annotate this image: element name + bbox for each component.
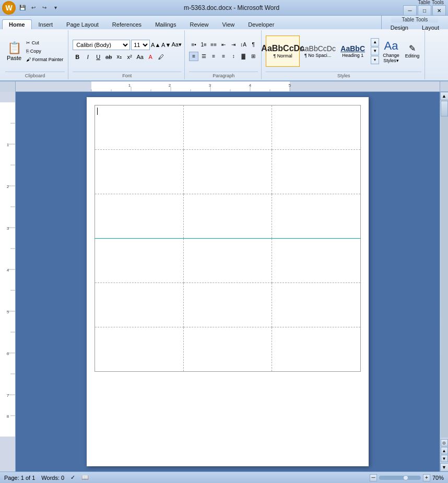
redo-button[interactable]: ↪ [40,3,49,13]
table-cell[interactable] [272,283,361,327]
minimize-button[interactable]: ─ [403,5,417,16]
editing-button[interactable]: ✎ Editing [403,41,422,61]
main-area: 1 2 3 4 5 6 7 8 [0,92,448,472]
table-cell[interactable] [95,283,184,327]
tab-developer[interactable]: Developer [241,19,281,29]
table-cell[interactable] [95,239,184,283]
close-button[interactable]: ✕ [432,5,446,16]
change-styles-button[interactable]: Aa ChangeStyles▾ [381,37,402,65]
show-hide-button[interactable]: ¶ [249,40,258,50]
subscript-button[interactable]: x₂ [114,52,124,62]
save-button[interactable]: 💾 [18,3,27,13]
clear-format-button[interactable]: Aa [135,52,145,62]
table-cell[interactable] [272,150,361,194]
style-scroll-down[interactable]: ▼ [371,47,379,55]
book-icon[interactable]: 📖 [81,474,89,481]
table-cell[interactable] [95,327,184,372]
decrease-indent-button[interactable]: ⇤ [219,40,228,50]
align-left-button[interactable]: ≡ [189,52,198,61]
document-area[interactable] [16,92,440,472]
line-spacing-button[interactable]: ↕ [229,52,238,61]
table-cell[interactable] [95,150,184,194]
table-cell[interactable] [183,327,272,372]
undo-button[interactable]: ↩ [29,3,38,13]
customize-button[interactable]: ▾ [51,3,60,13]
multilevel-button[interactable]: ≡≡ [209,40,218,50]
tab-design[interactable]: Design [384,22,415,32]
tab-insert[interactable]: Insert [32,19,60,29]
superscript-button[interactable]: x² [125,52,134,62]
format-painter-button[interactable]: 🖌 Format Painter [25,56,65,63]
copy-button[interactable]: ⎘ Copy [25,48,65,55]
grow-font-button[interactable]: A▲ [151,40,160,50]
table-tools-title: Table Tools [391,16,438,22]
right-scrollbar: ▲ ⊙ ▲ ▼ ▼ [440,92,448,472]
table-cell[interactable] [272,105,361,150]
office-button[interactable]: W [2,1,16,15]
select-browse-button[interactable]: ⊙ [441,439,448,446]
table-cell[interactable] [272,194,361,239]
tab-home[interactable]: Home [2,19,32,29]
document-page[interactable] [87,97,369,466]
table-cell[interactable] [272,327,361,372]
tab-references[interactable]: References [105,19,148,29]
align-right-button[interactable]: ≡ [209,52,218,61]
justify-button[interactable]: ≡ [219,52,228,61]
change-case-button[interactable]: Aa▾ [172,40,181,50]
scroll-thumb[interactable] [441,101,448,116]
paste-button[interactable]: 📋 Paste [5,40,23,63]
zoom-slider[interactable] [379,476,421,480]
strikethrough-button[interactable]: ab [104,52,113,62]
tab-view[interactable]: View [216,19,242,29]
borders-button[interactable]: ⊞ [249,52,258,61]
prev-page-button[interactable]: ▲ [441,447,448,454]
restore-button[interactable]: □ [418,5,431,16]
italic-button[interactable]: I [83,52,92,62]
paragraph-label: Paragraph [189,72,258,78]
scroll-track [441,101,448,438]
align-center-button[interactable]: ☰ [199,52,208,61]
scroll-down-button[interactable]: ▼ [440,463,449,472]
table-cell[interactable] [95,194,184,239]
bold-button[interactable]: B [73,52,82,62]
table-cell[interactable] [183,239,272,283]
tab-review[interactable]: Review [183,19,215,29]
tab-page-layout[interactable]: Page Layout [60,19,105,29]
highlight-button[interactable]: 🖊 [156,52,166,62]
tab-layout[interactable]: Layout [415,22,446,32]
increase-indent-button[interactable]: ⇥ [229,40,238,50]
scroll-up-button[interactable]: ▲ [440,92,449,100]
sort-button[interactable]: ↕A [239,40,248,50]
shading-button[interactable]: ▓ [239,52,248,61]
document-table[interactable] [95,105,361,372]
style-normal[interactable]: AaBbCcDc ¶ Normal [266,36,300,67]
quick-access-toolbar: 💾 ↩ ↪ ▾ [18,3,60,13]
table-row [95,283,361,327]
style-heading1[interactable]: AaBbC Heading 1 [336,36,370,67]
table-cell[interactable] [183,283,272,327]
numbering-button[interactable]: 1≡ [199,40,208,50]
zoom-thumb[interactable] [403,475,408,480]
font-size-select[interactable]: 11 [131,40,150,50]
font-name-select[interactable]: Calibri (Body) [73,40,130,50]
svg-text:3: 3 [209,83,211,88]
table-cell[interactable] [183,194,272,239]
style-normal-label: ¶ Normal [274,53,292,58]
cut-button[interactable]: ✂ Cut [25,39,65,46]
table-cell[interactable] [183,150,272,194]
table-cell[interactable] [272,239,361,283]
style-scroll-more[interactable]: ▾ [371,56,379,64]
zoom-out-button[interactable]: ─ [370,474,377,481]
table-cell[interactable] [95,105,184,150]
next-page-button[interactable]: ▼ [441,455,448,462]
zoom-in-button[interactable]: + [423,474,430,481]
check-icon[interactable]: ✓ [70,474,75,481]
font-color-button[interactable]: A [146,52,155,62]
shrink-font-button[interactable]: A▼ [161,40,171,50]
table-cell[interactable] [183,105,272,150]
style-scroll-up[interactable]: ▲ [371,38,379,46]
bullets-button[interactable]: ≡• [189,40,198,50]
underline-button[interactable]: U [93,52,103,62]
tab-mailings[interactable]: Mailings [148,19,183,29]
style-no-spacing[interactable]: AaBbCcDc ¶ No Spaci... [301,36,335,67]
